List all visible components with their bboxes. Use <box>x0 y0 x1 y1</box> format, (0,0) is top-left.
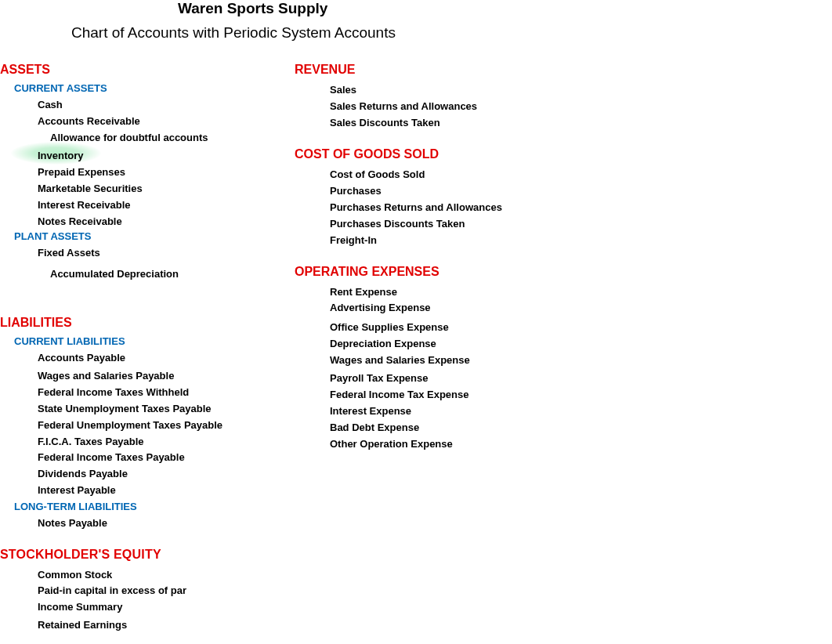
account-item: Accounts Receivable <box>38 115 295 127</box>
chart-of-accounts: ASSETS CURRENT ASSETS Cash Accounts Rece… <box>0 63 832 631</box>
account-item: Federal Income Taxes Withheld <box>38 386 295 398</box>
account-item: Sales Discounts Taken <box>330 117 502 128</box>
account-item: Dividends Payable <box>38 468 295 479</box>
account-item: Interest Expense <box>330 405 502 417</box>
account-item: Office Supplies Expense <box>330 321 502 333</box>
category-stockholders-equity: STOCKHOLDER'S EQUITY <box>0 548 295 562</box>
account-item: Cost of Goods Sold <box>330 168 502 180</box>
account-item: Retained Earnings <box>38 619 295 631</box>
subcategory-current-liabilities: CURRENT LIABILITIES <box>14 335 295 347</box>
category-assets: ASSETS <box>0 63 295 77</box>
subcategory-long-term-liabilities: LONG-TERM LIABILITIES <box>14 501 295 512</box>
account-item: Purchases Returns and Allowances <box>330 201 502 213</box>
account-item: Accumulated Depreciation <box>50 268 295 280</box>
account-item: Wages and Salaries Payable <box>38 370 295 382</box>
right-column: REVENUE Sales Sales Returns and Allowanc… <box>295 63 502 631</box>
account-item: Common Stock <box>38 569 295 581</box>
account-item: Purchases <box>330 185 502 197</box>
account-item: Prepaid Expenses <box>38 166 295 178</box>
account-item: Advertising Expense <box>330 302 502 313</box>
account-item: Income Summary <box>38 601 295 613</box>
account-item: Depreciation Expense <box>330 338 502 349</box>
account-item: Paid-in capital in excess of par <box>38 584 295 596</box>
account-item: Federal Income Taxes Payable <box>38 451 295 463</box>
account-item: Marketable Securities <box>38 183 295 194</box>
subcategory-plant-assets: PLANT ASSETS <box>14 230 295 242</box>
company-name: Waren Sports Supply <box>178 0 327 17</box>
account-item: Rent Expense <box>330 286 502 298</box>
account-item: Payroll Tax Expense <box>330 372 502 384</box>
category-liabilities: LIABILITIES <box>0 316 295 330</box>
left-column: ASSETS CURRENT ASSETS Cash Accounts Rece… <box>0 63 295 631</box>
account-item: Interest Payable <box>38 484 295 496</box>
report-title: Chart of Accounts with Periodic System A… <box>71 24 396 42</box>
category-revenue: REVENUE <box>295 63 502 77</box>
account-item: Federal Unemployment Taxes Payable <box>38 419 295 431</box>
category-operating-expenses: OPERATING EXPENSES <box>295 265 502 279</box>
account-item: Cash <box>38 99 295 110</box>
account-item: Accounts Payable <box>38 352 295 364</box>
account-item: Purchases Discounts Taken <box>330 218 502 230</box>
highlight-inventory: Inventory <box>38 150 84 161</box>
account-item: Federal Income Tax Expense <box>330 389 502 400</box>
account-item-inventory: Inventory <box>38 150 295 161</box>
account-item: Wages and Salaries Expense <box>330 354 502 366</box>
account-item: Fixed Assets <box>38 247 295 259</box>
account-item: Sales Returns and Allowances <box>330 100 502 112</box>
account-item: Allowance for doubtful accounts <box>50 132 295 143</box>
account-item: Other Operation Expense <box>330 438 502 450</box>
account-item: Notes Receivable <box>38 215 295 227</box>
account-item: State Unemployment Taxes Payable <box>38 403 295 414</box>
account-item: Notes Payable <box>38 517 295 529</box>
account-item: F.I.C.A. Taxes Payable <box>38 436 295 447</box>
category-cogs: COST OF GOODS SOLD <box>295 147 502 161</box>
account-item: Sales <box>330 84 502 96</box>
account-item: Interest Receivable <box>38 199 295 211</box>
account-item: Bad Debt Expense <box>330 421 502 433</box>
account-item: Freight-In <box>330 234 502 246</box>
subcategory-current-assets: CURRENT ASSETS <box>14 82 295 94</box>
